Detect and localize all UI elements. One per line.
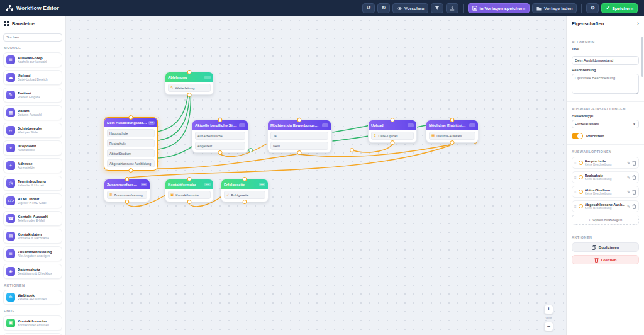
in-vorlagen-speichern-button[interactable]: In Vorlagen speichern — [468, 3, 530, 13]
collapse-panel-icon[interactable]: › — [637, 21, 639, 26]
titel-input[interactable] — [572, 56, 639, 65]
filter-button[interactable] — [431, 3, 443, 13]
redo-button[interactable]: ↻ — [377, 3, 390, 13]
loeschen-button[interactable]: Löschen — [572, 255, 639, 264]
sidebar-item-kontakt-auswahl[interactable]: ☎Kontakt-AuswahlTelefon oder E-Mail — [3, 211, 62, 226]
sidebar-item-webhook[interactable]: ⊕WebhookExterne API aufrufen — [3, 290, 62, 305]
output-handle[interactable] — [450, 140, 455, 145]
node-menu-button[interactable]: ••• — [469, 123, 475, 127]
input-handle[interactable] — [187, 177, 192, 181]
zoom-in-button[interactable]: + — [544, 305, 553, 314]
sidebar-item-zusammenfassung[interactable]: ≣ZusammenfassungAlle Angaben anzeigen — [3, 246, 62, 261]
node-option[interactable]: ✓Erfolgsseite — [224, 191, 265, 199]
panel-scrollbar[interactable] — [641, 37, 643, 77]
input-handle[interactable] — [243, 177, 247, 181]
node-menu-button[interactable]: ••• — [259, 183, 265, 186]
option-row[interactable]: ≡Abitur/StudiumKeine Beschreibung✎ — [572, 186, 639, 198]
sidebar-item-auswahl-step[interactable]: ≣Auswahl-StepKacheln zur Auswahl — [3, 52, 62, 67]
sidebar-item-datum[interactable]: ▦DatumDatums-Auswahl — [3, 105, 62, 120]
output-handle[interactable] — [187, 200, 192, 204]
add-option-button[interactable]: + Option hinzufügen — [572, 215, 639, 225]
trash-icon[interactable] — [632, 161, 636, 166]
node-menu-button[interactable]: ••• — [204, 183, 211, 186]
drag-handle-icon[interactable]: ≡ — [574, 205, 577, 208]
flow-node-zusammenfassung[interactable]: Zusammenfassung•••≣Zusammenfassung — [104, 179, 150, 202]
trash-icon[interactable] — [632, 204, 636, 209]
node-option[interactable]: ↥Datei-Upload — [371, 132, 414, 140]
settings-button[interactable]: ⚙ — [586, 3, 599, 13]
node-option[interactable]: ≣Zusammenfassung — [107, 191, 147, 199]
flow-node-kontaktformular[interactable]: Kontaktformular•••▣Kontaktformular — [165, 179, 214, 202]
output-handle[interactable] — [297, 150, 302, 155]
node-menu-button[interactable]: ••• — [239, 123, 245, 127]
drag-handle-icon[interactable]: ≡ — [574, 176, 577, 179]
node-menu-button[interactable]: ••• — [204, 76, 211, 79]
output-handle[interactable] — [129, 168, 133, 173]
edit-icon[interactable]: ✎ — [627, 176, 630, 179]
speichern-button[interactable]: ✓ Speichern — [601, 3, 638, 13]
connection-dot[interactable] — [248, 148, 253, 152]
download-button[interactable] — [446, 3, 458, 13]
flow-node-ablehnung[interactable]: Ablehnung•••✎Weiterleitung — [165, 72, 214, 95]
sidebar-item-terminbuchung[interactable]: ◷TerminbuchungKalender & Uhrzeit — [3, 176, 62, 191]
input-handle[interactable] — [129, 115, 133, 120]
undo-button[interactable]: ↺ — [362, 3, 375, 13]
node-menu-button[interactable]: ••• — [322, 123, 328, 127]
node-option[interactable]: ▦Datums-Auswahl — [429, 132, 475, 140]
flow-edge-orange[interactable] — [352, 145, 392, 152]
pflichtfeld-toggle[interactable] — [572, 133, 583, 139]
node-option[interactable]: Ja — [270, 132, 328, 140]
node-menu-button[interactable]: ••• — [148, 121, 155, 125]
sidebar-item-kontaktformular[interactable]: ▣KontaktformularKontaktdaten erfassen — [3, 315, 62, 331]
output-handle[interactable] — [187, 93, 192, 97]
node-option[interactable]: Realschule — [107, 139, 155, 147]
option-row[interactable]: ≡RealschuleKeine Beschreibung✎ — [572, 171, 639, 183]
beschreibung-textarea[interactable] — [572, 74, 639, 94]
edit-icon[interactable]: ✎ — [627, 161, 630, 165]
sidebar-item-html-inhalt[interactable]: </>HTML InhaltEigener HTML-Code — [3, 193, 62, 208]
search-input[interactable] — [3, 33, 62, 42]
sidebar-item-kontaktdaten[interactable]: ▤KontaktdatenVorname & Nachname — [3, 229, 62, 244]
flow-node-ausbildungsstand[interactable]: Dein Ausbildungsstand•••HauptschuleReals… — [104, 117, 158, 171]
input-handle[interactable] — [391, 118, 395, 122]
sidebar-item-adresse[interactable]: ⌖AdresseAdressfelder — [3, 158, 62, 173]
sidebar-item-freitext[interactable]: ✎FreitextFreitext Eingabe — [3, 88, 62, 103]
option-row[interactable]: ≡HauptschuleKeine Beschreibung✎ — [572, 157, 639, 169]
sidebar-item-schieberegler[interactable]: ↔SchiebereglerWert per Slider — [3, 123, 62, 138]
workflow-canvas[interactable]: Ablehnung•••✎WeiterleitungDein Ausbildun… — [66, 16, 566, 335]
node-option[interactable]: ✎Weiterleitung — [168, 84, 211, 92]
connection-dot[interactable] — [350, 148, 354, 152]
flow-node-erfolgsseite[interactable]: Erfolgsseite•••✓Erfolgsseite — [221, 179, 269, 202]
node-option[interactable]: Auf Arbeitssuche — [195, 132, 245, 140]
input-handle[interactable] — [187, 70, 192, 74]
node-option[interactable]: Nein — [270, 142, 328, 150]
flow-node-bewerbungsunterlagen[interactable]: Möchtest du Bewerbungsunterlage...•••JaN… — [267, 120, 331, 153]
trash-icon[interactable] — [632, 175, 636, 180]
sidebar-item-upload[interactable]: ☁UploadDatei-Upload Bereich — [3, 70, 62, 85]
resize-handle[interactable] — [635, 92, 638, 94]
input-handle[interactable] — [218, 118, 223, 122]
duplizieren-button[interactable]: Duplizieren — [572, 242, 639, 252]
sidebar-item-dropdown[interactable]: ∨DropdownAuswahlliste — [3, 140, 62, 156]
node-menu-button[interactable]: ••• — [141, 183, 147, 186]
edit-icon[interactable]: ✎ — [627, 205, 630, 208]
auswahltyp-select[interactable]: Einzelauswahl ▼ — [572, 120, 639, 128]
output-handle[interactable] — [391, 140, 395, 145]
flow-node-eintrittstermin[interactable]: Möglicher Eintrittstermin•••▦Datums-Ausw… — [426, 120, 479, 143]
node-menu-button[interactable]: ••• — [408, 123, 414, 127]
output-handle[interactable] — [218, 150, 223, 155]
vorlage-laden-button[interactable]: Vorlage laden — [532, 3, 577, 13]
output-handle[interactable] — [243, 200, 247, 204]
node-option[interactable]: ▣Kontaktformular — [168, 191, 211, 199]
node-option[interactable]: Hauptschule — [107, 129, 155, 137]
sidebar-item-erfolg[interactable]: ✓ErfolgErfolgsseite anzeigen — [3, 333, 62, 335]
sidebar-item-datenschutz[interactable]: ◈DatenschutzBestätigung & Checkbox — [3, 264, 62, 279]
edit-icon[interactable]: ✎ — [627, 190, 630, 194]
input-handle[interactable] — [125, 177, 130, 181]
input-handle[interactable] — [450, 118, 455, 122]
drag-handle-icon[interactable]: ≡ — [574, 190, 577, 194]
input-handle[interactable] — [297, 118, 302, 122]
node-option[interactable]: Angestellt — [195, 142, 245, 150]
node-option[interactable]: Abitur/Studium — [107, 149, 155, 157]
node-option[interactable]: Abgeschlossene Ausbildung — [107, 159, 155, 168]
